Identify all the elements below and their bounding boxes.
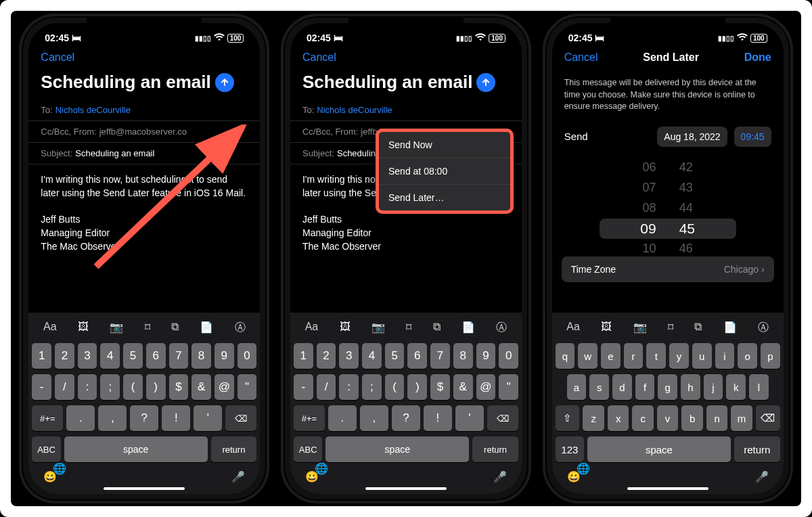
file-icon[interactable]: 📄 <box>200 321 213 335</box>
key-s[interactable]: s <box>589 374 609 400</box>
time-wheel[interactable]: 0642 0743 0844 0945 1046 1147 <box>552 152 784 254</box>
key-'[interactable]: ' <box>194 405 222 431</box>
done-button[interactable]: Done <box>744 51 771 64</box>
key-$[interactable]: $ <box>430 374 450 400</box>
send-later-option[interactable]: Send Later… <box>379 185 510 210</box>
key-4[interactable]: 4 <box>100 343 120 369</box>
key--[interactable]: - <box>294 374 313 400</box>
cancel-button[interactable]: Cancel <box>564 51 598 64</box>
key-r[interactable]: r <box>624 343 644 369</box>
key-q[interactable]: q <box>556 343 575 369</box>
key-b[interactable]: b <box>681 405 702 431</box>
key-"[interactable]: " <box>499 374 518 400</box>
key--[interactable]: - <box>32 374 51 400</box>
send-button[interactable] <box>476 73 495 92</box>
key-p[interactable]: p <box>761 343 780 369</box>
key-y[interactable]: y <box>669 343 689 369</box>
key-d[interactable]: d <box>612 374 632 400</box>
key-m[interactable]: m <box>731 405 752 431</box>
key-o[interactable]: o <box>738 343 757 369</box>
scan-text-icon[interactable]: ⌑ <box>145 321 150 335</box>
key-@[interactable]: @ <box>215 374 234 400</box>
key-a[interactable]: a <box>567 374 587 400</box>
key-"[interactable]: " <box>238 374 257 400</box>
key-c[interactable]: c <box>632 405 653 431</box>
key-2[interactable]: 2 <box>317 343 336 369</box>
scan-doc-icon[interactable]: ⧉ <box>171 321 179 335</box>
key-u[interactable]: u <box>692 343 712 369</box>
key-9[interactable]: 9 <box>476 343 496 369</box>
key-g[interactable]: g <box>658 374 677 400</box>
email-body[interactable]: I'm writing this now, but scheduling it … <box>28 164 260 261</box>
shift-key[interactable]: ⇧ <box>556 405 580 431</box>
key-x[interactable]: x <box>608 405 629 431</box>
key-,[interactable]: , <box>360 405 388 431</box>
key-:[interactable]: : <box>339 374 359 400</box>
key-?[interactable]: ? <box>130 405 158 431</box>
key-7[interactable]: 7 <box>169 343 189 369</box>
return-key[interactable]: return <box>211 436 257 462</box>
subject-field[interactable]: Subject: Scheduling an email <box>28 143 260 164</box>
key-$[interactable]: $ <box>169 374 189 400</box>
format-icon[interactable]: Aa <box>43 321 57 335</box>
key-8[interactable]: 8 <box>191 343 211 369</box>
key-5[interactable]: 5 <box>385 343 405 369</box>
backspace-key[interactable]: ⌫ <box>225 405 256 431</box>
key-)[interactable]: ) <box>407 374 427 400</box>
key-1[interactable]: 1 <box>294 343 313 369</box>
timezone-row[interactable]: Time Zone Chicago › <box>562 256 774 282</box>
key-i[interactable]: i <box>715 343 735 369</box>
key-f[interactable]: f <box>635 374 655 400</box>
sym-key[interactable]: #+= <box>32 405 63 431</box>
send-button[interactable] <box>215 73 234 92</box>
photo-icon[interactable]: 🖼 <box>78 321 89 335</box>
key-;[interactable]: ; <box>362 374 382 400</box>
time-picker[interactable]: 09:45 <box>734 127 771 147</box>
send-at-time-option[interactable]: Send at 08:00 <box>379 158 510 185</box>
key-.[interactable]: . <box>66 405 95 431</box>
cancel-button[interactable]: Cancel <box>302 51 336 64</box>
key-t[interactable]: t <box>646 343 666 369</box>
camera-icon[interactable]: 📷 <box>110 321 123 335</box>
key-4[interactable]: 4 <box>362 343 382 369</box>
key-,[interactable]: , <box>98 405 127 431</box>
key-)[interactable]: ) <box>146 374 166 400</box>
date-picker[interactable]: Aug 18, 2022 <box>657 127 727 147</box>
cc-field[interactable]: Cc/Bcc, From: jeffb@macobserver.co <box>28 121 260 143</box>
key-3[interactable]: 3 <box>339 343 359 369</box>
markup-icon[interactable]: Ⓐ <box>235 321 246 335</box>
key-v[interactable]: v <box>657 405 678 431</box>
key-0[interactable]: 0 <box>238 343 257 369</box>
key-e[interactable]: e <box>601 343 621 369</box>
key-![interactable]: ! <box>424 405 452 431</box>
key-&[interactable]: & <box>453 374 473 400</box>
key-/[interactable]: / <box>55 374 74 400</box>
key-8[interactable]: 8 <box>453 343 473 369</box>
home-indicator[interactable] <box>104 487 185 490</box>
to-field[interactable]: To: Nichols deCourville <box>28 99 260 121</box>
send-now-option[interactable]: Send Now <box>379 132 510 158</box>
key-([interactable]: ( <box>123 374 143 400</box>
key-9[interactable]: 9 <box>215 343 234 369</box>
key-'[interactable]: ' <box>455 405 484 431</box>
mic-icon[interactable]: 🎤 <box>231 470 245 483</box>
space-key[interactable]: space <box>64 436 208 462</box>
key-.[interactable]: . <box>328 405 357 431</box>
key-?[interactable]: ? <box>392 405 420 431</box>
key-/[interactable]: / <box>317 374 336 400</box>
key-![interactable]: ! <box>162 405 190 431</box>
key-6[interactable]: 6 <box>146 343 166 369</box>
key-1[interactable]: 1 <box>32 343 51 369</box>
key-7[interactable]: 7 <box>430 343 450 369</box>
key-;[interactable]: ; <box>100 374 120 400</box>
key-2[interactable]: 2 <box>55 343 74 369</box>
cancel-button[interactable]: Cancel <box>41 51 74 64</box>
key-&[interactable]: & <box>191 374 211 400</box>
key-3[interactable]: 3 <box>78 343 97 369</box>
key-0[interactable]: 0 <box>499 343 518 369</box>
key-n[interactable]: n <box>706 405 727 431</box>
key-j[interactable]: j <box>704 374 723 400</box>
key-@[interactable]: @ <box>476 374 496 400</box>
key-:[interactable]: : <box>78 374 97 400</box>
globe-icon[interactable]: 🌐 <box>53 462 66 475</box>
